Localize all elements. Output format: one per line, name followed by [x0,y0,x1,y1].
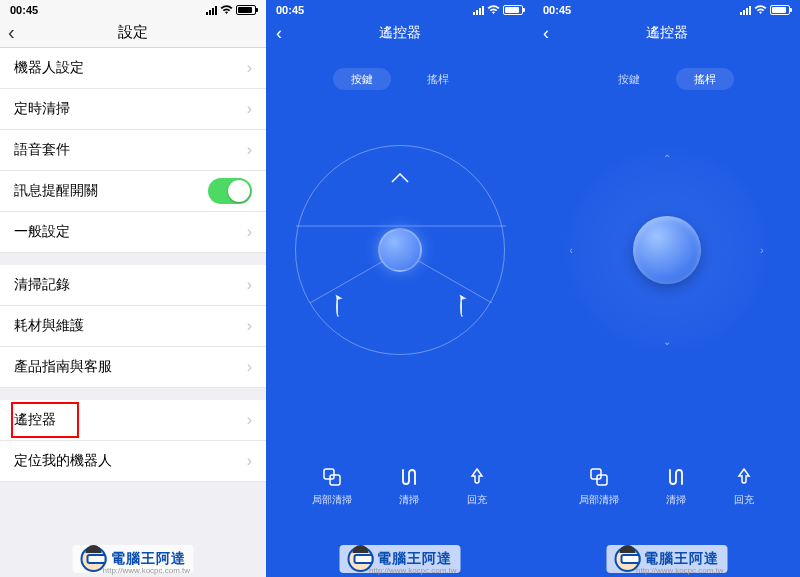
row-label: 清掃記錄 [14,276,70,294]
watermark-url: http://www.kocpc.com.tw [636,566,724,575]
wifi-icon [487,5,500,15]
chevron-right-icon: › [247,452,252,470]
clean-icon [399,467,419,487]
page-title: 遙控器 [379,24,421,42]
page-title: 設定 [118,23,148,42]
row-label: 產品指南與客服 [14,358,112,376]
row-locate-robot[interactable]: 定位我的機器人› [0,441,266,482]
row-label: 機器人設定 [14,59,84,77]
battery-icon [236,5,256,15]
row-clean-history[interactable]: 清掃記錄› [0,265,266,306]
rotate-right-button[interactable] [460,298,464,316]
svg-rect-6 [591,469,601,479]
row-label: 定位我的機器人 [14,452,112,470]
remote-header: ‹ 遙控器 [266,18,533,48]
action-label: 回充 [734,493,754,507]
spot-clean-button[interactable]: 局部清掃 [312,467,352,507]
chevron-right-icon: › [760,245,763,256]
row-general-settings[interactable]: 一般設定› [0,212,266,253]
dock-button[interactable]: 回充 [467,467,487,507]
rotate-left-icon [336,296,340,317]
status-bar: 00:45 [266,0,533,18]
remote-joystick-screen: 00:45 ‹ 遙控器 按鍵 搖桿 ⌃ ⌄ ‹ › 局部清掃 清掃 回充 [533,0,800,577]
status-indicators [206,5,256,15]
direction-wheel [295,145,505,355]
remote-header: ‹ 遙控器 [533,18,800,48]
tab-joystick[interactable]: 搖桿 [676,68,734,90]
row-robot-settings[interactable]: 機器人設定› [0,48,266,89]
battery-icon [770,5,790,15]
chevron-right-icon: › [247,223,252,241]
center-button[interactable] [378,228,422,272]
status-time: 00:45 [543,4,571,16]
settings-group-1: 機器人設定› 定時清掃› 語音套件› 訊息提醒開關 一般設定› [0,48,266,253]
row-scheduled-clean[interactable]: 定時清掃› [0,89,266,130]
back-button[interactable]: ‹ [8,21,15,44]
row-label: 一般設定 [14,223,70,241]
row-consumables[interactable]: 耗材與維護› [0,306,266,347]
row-guide-support[interactable]: 產品指南與客服› [0,347,266,388]
settings-header: ‹ 設定 [0,18,266,48]
watermark: 電腦王阿達 http://www.kocpc.com.tw [606,545,727,573]
dock-icon [467,467,487,487]
tab-joystick[interactable]: 搖桿 [409,68,467,90]
row-label: 遙控器 [14,411,56,429]
row-voice-pack[interactable]: 語音套件› [0,130,266,171]
svg-rect-5 [330,475,340,485]
row-label: 定時清掃 [14,100,70,118]
settings-list: 機器人設定› 定時清掃› 語音套件› 訊息提醒開關 一般設定› 清掃記錄› 耗材… [0,48,266,482]
joystick-knob[interactable] [633,216,701,284]
spot-clean-button[interactable]: 局部清掃 [579,467,619,507]
signal-icon [740,6,751,15]
status-time: 00:45 [10,4,38,16]
watermark-url: http://www.kocpc.com.tw [369,566,457,575]
action-label: 局部清掃 [312,493,352,507]
tab-buttons[interactable]: 按鍵 [600,68,658,90]
chevron-right-icon: › [247,141,252,159]
chevron-right-icon: › [247,100,252,118]
signal-icon [206,6,217,15]
svg-rect-4 [324,469,334,479]
joystick-pad[interactable]: ⌃ ⌄ ‹ › [562,145,772,355]
bottom-actions: 局部清掃 清掃 回充 [266,467,533,507]
page-title: 遙控器 [646,24,688,42]
svg-rect-7 [597,475,607,485]
clean-button[interactable]: 清掃 [399,467,419,507]
row-label: 訊息提醒開關 [14,182,98,200]
action-label: 回充 [467,493,487,507]
watermark: 電腦王阿達 http://www.kocpc.com.tw [339,545,460,573]
back-button[interactable]: ‹ [276,23,282,44]
mode-tabs: 按鍵 搖桿 [266,68,533,90]
rotate-left-button[interactable] [336,298,340,316]
dock-icon [734,467,754,487]
chevron-right-icon: › [247,317,252,335]
tab-buttons[interactable]: 按鍵 [333,68,391,90]
rotate-right-icon [460,296,464,317]
forward-button[interactable] [391,170,409,186]
status-bar: 00:45 [0,0,266,18]
dock-button[interactable]: 回充 [734,467,754,507]
wifi-icon [754,5,767,15]
chevron-right-icon: › [247,276,252,294]
status-indicators [740,5,790,15]
clean-button[interactable]: 清掃 [666,467,686,507]
row-notification-toggle[interactable]: 訊息提醒開關 [0,171,266,212]
status-indicators [473,5,523,15]
chevron-down-icon: ⌄ [663,336,671,347]
watermark-url: http://www.kocpc.com.tw [103,566,191,575]
chevron-right-icon: › [247,59,252,77]
chevron-up-icon: ⌃ [663,153,671,164]
signal-icon [473,6,484,15]
back-button[interactable]: ‹ [543,23,549,44]
action-label: 局部清掃 [579,493,619,507]
spot-clean-icon [322,467,342,487]
action-label: 清掃 [666,493,686,507]
row-remote-control[interactable]: 遙控器› [0,400,266,441]
row-label: 耗材與維護 [14,317,84,335]
mode-tabs: 按鍵 搖桿 [533,68,800,90]
toggle-on[interactable] [208,178,252,204]
battery-icon [503,5,523,15]
watermark: 電腦王阿達 http://www.kocpc.com.tw [73,545,194,573]
chevron-right-icon: › [247,411,252,429]
chevron-left-icon: ‹ [570,245,573,256]
